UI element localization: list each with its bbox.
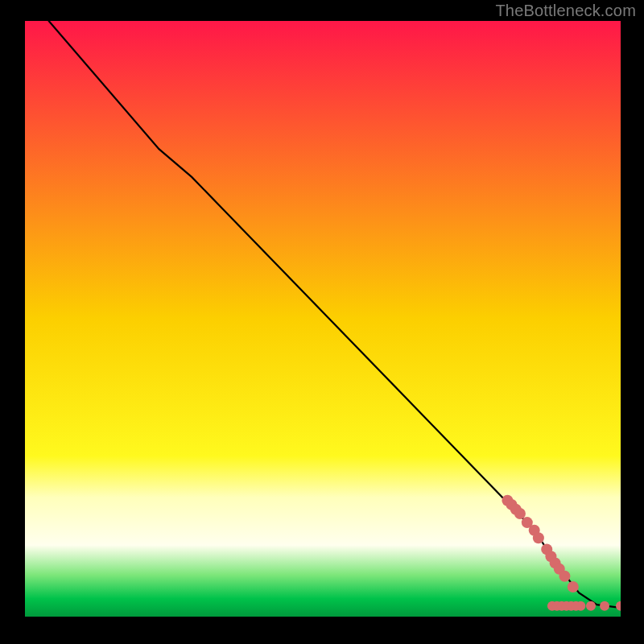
scatter-point <box>533 532 544 543</box>
chart-plot-area <box>25 21 621 617</box>
scatter-point <box>559 571 570 582</box>
attribution-label: TheBottleneck.com <box>495 2 636 20</box>
scatter-point <box>600 601 609 611</box>
scatter-point <box>568 581 579 592</box>
scatter-point <box>576 601 585 611</box>
chart-svg <box>25 21 621 617</box>
chart-stage: TheBottleneck.com <box>0 0 644 644</box>
scatter-point <box>586 601 596 611</box>
scatter-point <box>514 508 526 519</box>
